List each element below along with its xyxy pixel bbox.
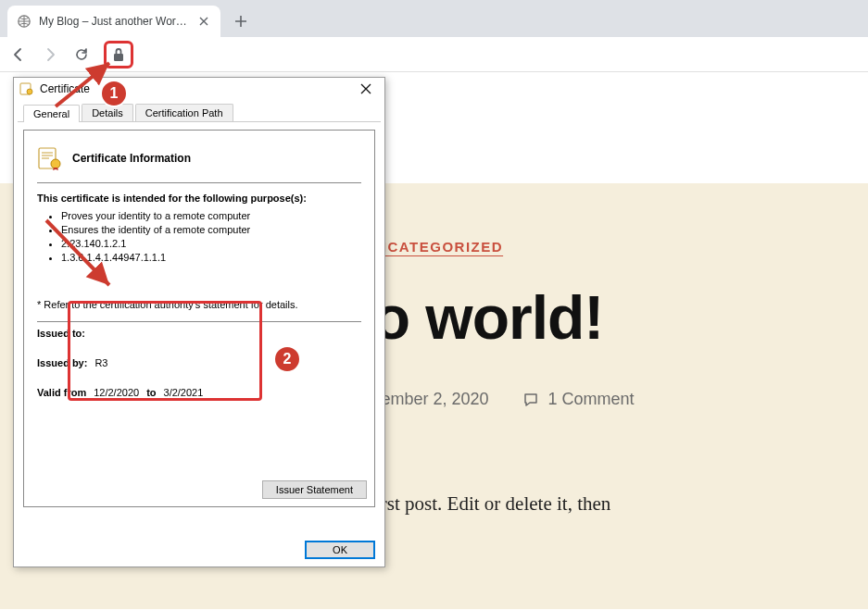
cert-tab-strip: General Details Certification Path: [18, 100, 381, 122]
tab-title: My Blog – Just another WordPres: [39, 15, 189, 28]
browser-tab[interactable]: My Blog – Just another WordPres: [7, 6, 220, 37]
post-comments-text: 1 Comment: [548, 390, 635, 409]
cert-purpose-item: 1.3.6.1.4.1.44947.1.1.1: [61, 251, 361, 265]
new-tab-button[interactable]: [228, 8, 254, 34]
cert-general-panel: Certificate Information This certificate…: [23, 130, 375, 507]
back-button[interactable]: [9, 45, 28, 64]
globe-icon: [17, 14, 31, 29]
issued-by-label: Issued by:: [37, 357, 87, 368]
browser-tab-strip: My Blog – Just another WordPres: [0, 0, 868, 37]
close-icon[interactable]: [196, 14, 211, 29]
issued-by-value: R3: [94, 357, 107, 368]
valid-to-value: 3/2/2021: [164, 387, 204, 398]
browser-toolbar: [0, 37, 868, 72]
comment-icon: [522, 392, 539, 408]
dialog-close-button[interactable]: [353, 80, 379, 98]
cert-purpose-item: Ensures the identity of a remote compute…: [61, 223, 361, 237]
tab-general[interactable]: General: [23, 105, 80, 122]
issued-to-label: Issued to:: [37, 328, 85, 339]
post-comments-link[interactable]: 1 Comment: [522, 390, 635, 409]
valid-to-label: to: [146, 387, 156, 398]
certificate-icon: [19, 81, 34, 96]
cert-refer-note: * Refer to the certification authority's…: [37, 299, 361, 310]
lock-icon[interactable]: [112, 47, 125, 62]
certificate-dialog: Certificate General Details Certificatio…: [13, 77, 385, 567]
ok-button[interactable]: OK: [305, 541, 375, 559]
site-security-lock-highlight: [104, 41, 133, 68]
certificate-large-icon: [37, 145, 63, 171]
svg-point-6: [51, 159, 60, 168]
cert-purpose-item: Proves your identity to a remote compute…: [61, 209, 361, 223]
dialog-title: Certificate: [40, 82, 353, 95]
valid-from-label: Valid from: [37, 387, 86, 398]
cert-purposes-list: Proves your identity to a remote compute…: [61, 209, 361, 264]
cert-purpose-item: 2.23.140.1.2.1: [61, 237, 361, 251]
issuer-statement-button[interactable]: Issuer Statement: [262, 480, 367, 499]
valid-from-value: 12/2/2020: [94, 387, 139, 398]
cert-info-heading: Certificate Information: [72, 152, 191, 165]
cert-purposes-heading: This certificate is intended for the fol…: [37, 193, 361, 204]
tab-certification-path[interactable]: Certification Path: [135, 104, 233, 121]
dialog-titlebar: Certificate: [14, 78, 384, 100]
reload-button[interactable]: [72, 45, 91, 64]
tab-details[interactable]: Details: [82, 104, 133, 121]
forward-button[interactable]: [41, 45, 59, 64]
svg-rect-1: [114, 54, 123, 61]
svg-point-4: [27, 89, 32, 94]
